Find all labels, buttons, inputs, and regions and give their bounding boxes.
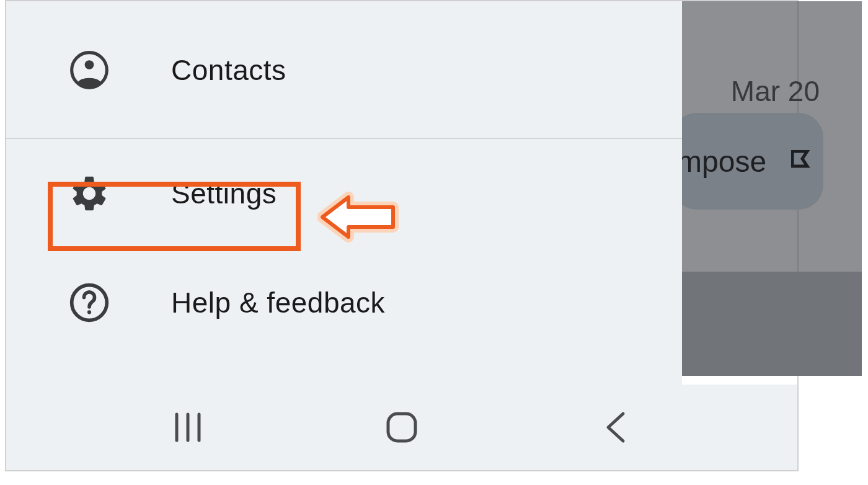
nav-back-button[interactable] [554, 403, 678, 452]
navigation-drawer: Contacts Settings Help & feedback [6, 1, 682, 387]
screenshot-container: Mar 20 mpose Contacts [5, 0, 799, 471]
svg-point-1 [85, 60, 94, 69]
svg-point-3 [87, 310, 91, 314]
compose-button-label: mpose [677, 145, 766, 179]
email-date: Mar 20 [731, 74, 820, 108]
sidebar-item-help-feedback[interactable]: Help & feedback [6, 248, 682, 357]
nav-home-button[interactable] [340, 403, 464, 452]
sidebar-item-label: Contacts [171, 53, 286, 87]
person-circle-icon [68, 49, 110, 91]
gear-icon [68, 172, 110, 215]
svg-rect-7 [388, 414, 415, 441]
home-icon [385, 411, 418, 444]
sidebar-item-settings[interactable]: Settings [6, 139, 682, 248]
sidebar-item-label: Settings [171, 177, 277, 210]
background-panel [682, 272, 862, 376]
compose-button[interactable]: mpose [672, 113, 823, 210]
android-nav-bar [6, 385, 797, 470]
flag-icon [791, 150, 811, 179]
back-icon [603, 410, 628, 445]
recents-icon [173, 412, 203, 443]
help-circle-icon [68, 282, 110, 324]
sidebar-item-contacts[interactable]: Contacts [6, 1, 682, 139]
nav-recents-button[interactable] [126, 403, 250, 452]
sidebar-item-label: Help & feedback [171, 286, 385, 319]
